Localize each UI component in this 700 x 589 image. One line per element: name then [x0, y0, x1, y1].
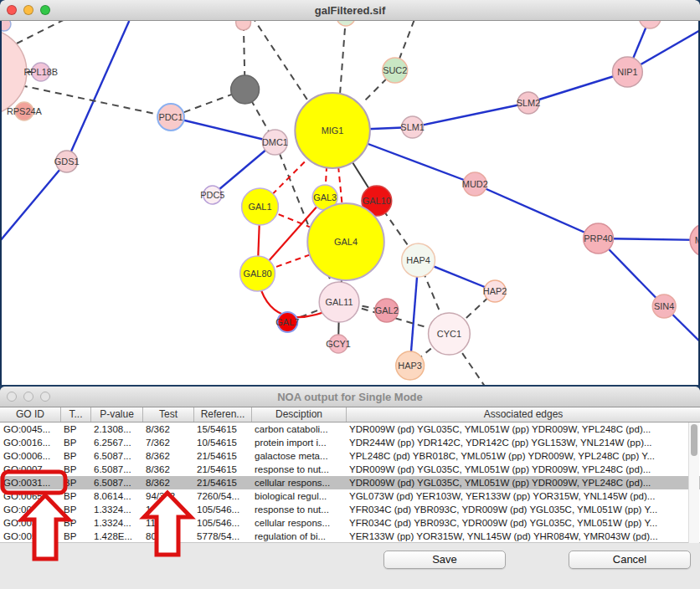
table-cell: GO:0031...	[0, 476, 60, 489]
node-MSL1[interactable]: MSL1	[690, 223, 700, 257]
node-label: GAL2	[375, 305, 399, 315]
table-cell: 1.3324...	[90, 503, 142, 516]
node-HAP3[interactable]: HAP3	[396, 351, 425, 380]
node-SUC2[interactable]: SUC2	[383, 58, 408, 83]
network-edge[interactable]	[17, 21, 67, 44]
node-gray-node[interactable]	[231, 75, 260, 104]
network-edge[interactable]	[252, 21, 312, 106]
noa-output-window: NOA output for Single Mode GO IDT...P-va…	[0, 387, 700, 589]
node-GAL11[interactable]: GAL11	[319, 282, 359, 322]
table-cell: 105/546...	[193, 516, 251, 530]
table-cell: GO:0007...	[0, 463, 60, 476]
table-cell: 6.5087...	[90, 449, 142, 463]
column-header[interactable]: Desciption	[251, 407, 346, 422]
node-GAL1[interactable]: GAL1	[242, 188, 279, 225]
node-GDS1[interactable]: GDS1	[54, 151, 80, 172]
node-DMC1[interactable]: DMC1	[262, 130, 288, 155]
table-cell: response to nut...	[251, 503, 346, 516]
node-MUD2[interactable]: MUD2	[462, 172, 488, 196]
table-row-selected[interactable]: GO:0031...BP6.5087...8/36221/54615cellul…	[0, 476, 700, 489]
network-edge[interactable]	[475, 184, 598, 238]
table-cell: 6.2567...	[90, 436, 142, 449]
cancel-button[interactable]: Cancel	[569, 551, 691, 569]
node-GAL2[interactable]: GAL2	[375, 299, 399, 322]
node-label: PDC5	[200, 190, 224, 200]
node-label: GDS1	[54, 156, 80, 166]
network-edge[interactable]	[413, 103, 528, 127]
table-cell: BP	[60, 423, 90, 436]
node-label: SIN4	[654, 301, 674, 311]
table-row[interactable]: GO:0031...BP1.3324...11/362105/546...cel…	[0, 516, 700, 530]
column-header[interactable]: P-value	[90, 407, 142, 422]
node-circle[interactable]	[236, 21, 251, 30]
node-GAL4[interactable]: GAL4	[307, 203, 384, 280]
node-label: GAL4	[334, 237, 358, 247]
table-cell: 11/362	[142, 503, 193, 516]
table-row[interactable]: GO:0016...BP6.2567...7/36210/54615protei…	[0, 436, 700, 449]
network-edge[interactable]	[0, 161, 67, 241]
node-top-cut-green[interactable]	[337, 21, 355, 26]
table-row[interactable]: GO:0006...BP6.5087...8/36221/54615galact…	[0, 449, 700, 463]
table-row[interactable]: GO:0007...BP6.5087...8/36221/54615respon…	[0, 463, 700, 476]
table-cell: YDR009W (pd) YGL035C, YML051W (pp) YDR00…	[346, 476, 700, 489]
column-header[interactable]: Referen...	[193, 407, 251, 422]
button-bar: Save Cancel	[0, 543, 700, 589]
node-circle[interactable]	[337, 21, 355, 26]
network-edge[interactable]	[67, 21, 130, 161]
table-cell: BP	[60, 530, 90, 543]
node-HAP2[interactable]: HAP2	[483, 280, 507, 302]
node-GAL7[interactable]: GAL7	[275, 312, 299, 332]
node-CYC1[interactable]: CYC1	[429, 313, 471, 355]
node-SIN4[interactable]: SIN4	[652, 294, 676, 318]
node-circle[interactable]	[231, 75, 260, 104]
node-circle[interactable]	[0, 21, 11, 31]
column-header[interactable]: Test	[142, 407, 193, 422]
node-MIG1[interactable]: MIG1	[295, 93, 370, 168]
table-cell: 8/362	[142, 476, 193, 489]
table-cell: BP	[60, 449, 90, 463]
node-GAL80[interactable]: GAL80	[240, 256, 275, 291]
scrollbar-thumb[interactable]	[691, 424, 697, 456]
table-row[interactable]: GO:0045...BP2.1308...8/36215/54615carbon…	[0, 423, 700, 436]
table-cell: 1.3324...	[90, 516, 142, 530]
table-row[interactable]: GO:0065...BP8.0614...94/3627260/54...bio…	[0, 489, 700, 503]
node-PRP40[interactable]: PRP40	[584, 223, 614, 254]
table-cell: protein import i...	[251, 436, 346, 449]
network-edge[interactable]	[21, 85, 171, 117]
table-cell: YGL073W (pd) YER103W, YER133W (pp) YOR31…	[346, 489, 700, 503]
node-HAP4[interactable]: HAP4	[402, 243, 435, 277]
node-NIP1[interactable]: NIP1	[612, 57, 642, 87]
table-cell: cellular respons...	[251, 516, 346, 530]
node-GCY1[interactable]: GCY1	[326, 335, 351, 353]
table-row[interactable]: GO:0050...BP1.428E...80/3625778/54...reg…	[0, 530, 700, 543]
noa-titlebar: NOA output for Single Mode	[0, 387, 700, 407]
column-header[interactable]: T...	[60, 407, 90, 422]
table-cell: GO:0045...	[0, 423, 60, 436]
network-canvas[interactable]: RPL18BRPS24AGDS1PDC1DMC1MIG1SUC2SLM1SLM2…	[0, 21, 700, 385]
node-top-cut-pink[interactable]	[236, 21, 251, 30]
table-cell: galactose meta...	[251, 449, 346, 463]
node-circle[interactable]	[639, 21, 661, 28]
node-label: SLM2	[517, 98, 541, 108]
node-label: MIG1	[322, 125, 344, 136]
node-corner-cut[interactable]	[0, 21, 11, 31]
table-row[interactable]: GO:0031...BP1.3324...11/362105/546...res…	[0, 503, 700, 516]
table-cell: 2.1308...	[90, 423, 142, 436]
network-edge[interactable]	[171, 117, 275, 142]
table-cell: 7260/54...	[193, 489, 251, 503]
node-top-right-cut[interactable]	[639, 21, 661, 28]
table-cell: regulation of bi...	[251, 530, 346, 543]
node-label: HAP4	[406, 255, 430, 265]
node-label: RPL18B	[23, 67, 58, 77]
node-PDC1[interactable]: PDC1	[157, 104, 184, 131]
node-SLM2[interactable]: SLM2	[517, 92, 541, 114]
column-header[interactable]: GO ID	[0, 407, 60, 422]
node-label: NIP1	[617, 67, 637, 77]
node-RPL18B[interactable]: RPL18B	[23, 63, 58, 81]
node-SLM1[interactable]: SLM1	[400, 116, 425, 138]
network-edge[interactable]	[340, 21, 346, 94]
column-header[interactable]: Associated edges	[346, 407, 700, 422]
vertical-scrollbar[interactable]	[688, 423, 699, 543]
save-button[interactable]: Save	[383, 551, 506, 569]
table-cell: 80/362	[142, 530, 193, 543]
